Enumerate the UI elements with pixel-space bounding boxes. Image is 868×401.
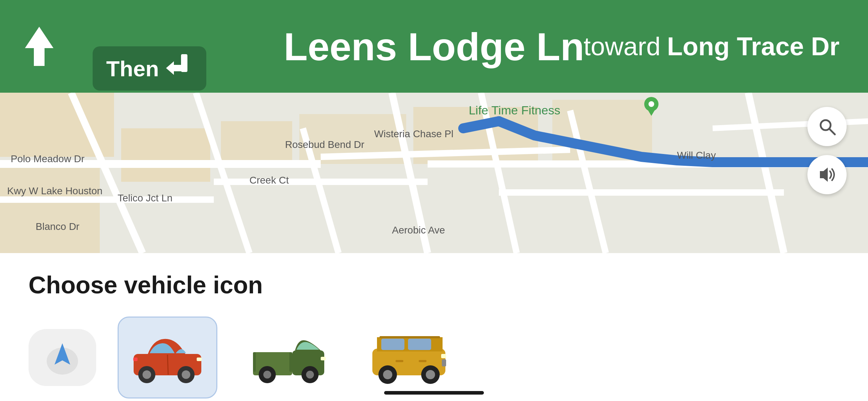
- svg-rect-56: [408, 339, 431, 350]
- road-label-telico: Telico Jct Ln: [118, 192, 172, 204]
- svg-rect-57: [379, 336, 440, 338]
- svg-point-61: [426, 370, 435, 379]
- toward-section: toward Long Trace Dr: [584, 32, 839, 61]
- road-label-kwy: Kwy W Lake Houston: [7, 185, 103, 197]
- road-label-rosebud: Rosebud Bend Dr: [285, 139, 365, 150]
- svg-rect-7: [121, 128, 210, 182]
- svg-point-47: [263, 371, 271, 379]
- road-label-polo: Polo Meadow Dr: [11, 153, 84, 165]
- location-pin: [642, 96, 660, 119]
- svg-rect-40: [197, 358, 202, 361]
- up-arrow-icon: [25, 27, 53, 66]
- choose-vehicle-title: Choose vehicle icon: [29, 271, 839, 299]
- volume-icon: [818, 165, 836, 184]
- svg-rect-65: [419, 360, 427, 362]
- toward-street: Long Trace Dr: [667, 32, 839, 61]
- volume-button[interactable]: [807, 155, 847, 194]
- svg-point-38: [182, 370, 190, 379]
- road-label-aerobic: Aerobic Ave: [392, 225, 445, 236]
- bottom-panel: Choose vehicle icon: [0, 253, 868, 401]
- svg-rect-54: [437, 337, 443, 351]
- svg-marker-31: [820, 168, 828, 182]
- turn-left-icon: [166, 54, 193, 83]
- svg-rect-41: [133, 358, 138, 361]
- up-arrow-container: [25, 27, 53, 66]
- yellow-suv-icon: [367, 327, 453, 388]
- lifetime-fitness-label: Life Time Fitness: [469, 103, 560, 117]
- search-icon: [818, 117, 836, 136]
- svg-rect-45: [289, 352, 292, 372]
- vehicle-option-yellow-suv[interactable]: [360, 317, 460, 399]
- vehicle-option-green-truck[interactable]: [239, 317, 339, 399]
- svg-point-59: [383, 370, 392, 379]
- svg-rect-63: [442, 359, 446, 366]
- road-label-creek: Creek Ct: [249, 175, 289, 186]
- map-area: Polo Meadow Dr Kwy W Lake Houston Blanco…: [0, 93, 868, 253]
- svg-rect-6: [0, 164, 100, 253]
- svg-rect-8: [221, 121, 292, 164]
- road-label-willclay: Will Clay: [677, 150, 716, 161]
- home-indicator: [384, 391, 484, 395]
- svg-marker-27: [646, 107, 657, 116]
- vehicle-option-red-car[interactable]: [118, 317, 217, 399]
- red-car-icon: [128, 329, 207, 386]
- svg-rect-44: [253, 352, 256, 372]
- then-label: Then: [106, 56, 159, 81]
- svg-line-30: [829, 129, 835, 134]
- toward-label: toward: [584, 32, 661, 61]
- svg-line-39: [167, 355, 168, 375]
- svg-point-36: [143, 370, 151, 379]
- then-instruction-box: Then: [93, 46, 206, 91]
- vehicle-option-arrow[interactable]: [29, 329, 96, 386]
- road-label-wisteria: Wisteria Chase Pl: [374, 128, 454, 140]
- vehicle-options: [29, 317, 839, 399]
- green-truck-icon: [249, 329, 328, 386]
- svg-point-49: [306, 371, 314, 379]
- svg-point-28: [649, 101, 654, 107]
- search-button[interactable]: [807, 107, 847, 146]
- svg-rect-55: [381, 339, 404, 350]
- svg-rect-50: [321, 357, 326, 360]
- svg-rect-62: [441, 354, 446, 358]
- svg-rect-64: [396, 360, 403, 362]
- location-pin-icon: [642, 96, 660, 118]
- nav-header: Leens Lodge Ln toward Long Trace Dr Then: [0, 0, 868, 93]
- svg-marker-0: [25, 27, 53, 66]
- svg-marker-3: [166, 61, 174, 75]
- navigation-arrow-icon: [45, 340, 80, 375]
- road-label-blanco: Blanco Dr: [36, 221, 79, 232]
